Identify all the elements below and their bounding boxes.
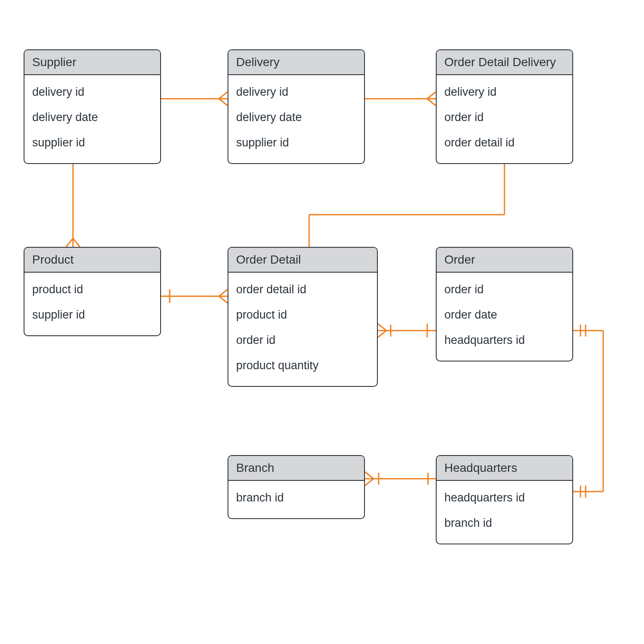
entity-title: Order Detail [228, 248, 377, 273]
attr: product quantity [236, 353, 369, 378]
entity-attrs: delivery id order id order detail id [437, 75, 572, 163]
attr: order id [444, 277, 565, 302]
attr: order date [444, 302, 565, 328]
rel-delivery-odd [365, 92, 436, 106]
rel-orderdetail-order [378, 324, 436, 337]
attr: product id [236, 302, 369, 328]
attr: order detail id [236, 277, 369, 302]
entity-order-detail-delivery[interactable]: Order Detail Delivery delivery id order … [436, 49, 573, 164]
rel-product-orderdetail [161, 289, 228, 303]
attr: headquarters id [444, 485, 565, 510]
entity-title: Order [437, 248, 572, 273]
svg-line-2 [219, 99, 228, 106]
attr: supplier id [32, 302, 152, 328]
attr: order detail id [444, 130, 565, 155]
entity-title: Product [24, 248, 160, 273]
entity-order[interactable]: Order order id order date headquarters i… [436, 247, 573, 361]
entity-attrs: delivery id delivery date supplier id [24, 75, 160, 163]
entity-attrs: order detail id product id order id prod… [228, 273, 377, 386]
svg-line-12 [219, 296, 228, 303]
attr: delivery date [32, 105, 152, 130]
svg-line-15 [378, 331, 386, 337]
entity-branch[interactable]: Branch branch id [228, 455, 365, 519]
entity-title: Supplier [24, 50, 160, 75]
entity-title: Branch [228, 456, 364, 481]
entity-delivery[interactable]: Delivery delivery id delivery date suppl… [228, 49, 365, 164]
rel-branch-headquarters [365, 472, 436, 486]
er-diagram-canvas: Supplier delivery id delivery date suppl… [0, 0, 644, 644]
attr: branch id [444, 510, 565, 536]
entity-attrs: branch id [228, 481, 364, 518]
svg-line-14 [378, 324, 386, 331]
attr: order id [236, 328, 369, 353]
attr: delivery id [32, 79, 152, 105]
attr: supplier id [32, 130, 152, 155]
attr: branch id [236, 485, 356, 510]
attr: delivery id [444, 79, 565, 105]
rel-supplier-delivery [161, 92, 228, 106]
entity-title: Delivery [228, 50, 364, 75]
svg-line-32 [365, 472, 374, 479]
attr: headquarters id [444, 328, 565, 353]
attr: delivery date [236, 105, 356, 130]
attr: delivery id [236, 79, 356, 105]
entity-title: Headquarters [437, 456, 572, 481]
entity-product[interactable]: Product product id supplier id [24, 247, 161, 336]
svg-line-8 [73, 238, 80, 247]
entity-attrs: product id supplier id [24, 273, 160, 335]
entity-order-detail[interactable]: Order Detail order detail id product id … [228, 247, 378, 387]
rel-order-headquarters [573, 325, 603, 498]
svg-line-11 [219, 289, 228, 296]
entity-supplier[interactable]: Supplier delivery id delivery date suppl… [24, 49, 161, 164]
entity-headquarters[interactable]: Headquarters headquarters id branch id [436, 455, 573, 544]
entity-title: Order Detail Delivery [437, 50, 572, 75]
svg-line-4 [427, 92, 436, 99]
svg-line-33 [365, 479, 374, 486]
entity-attrs: order id order date headquarters id [437, 273, 572, 361]
svg-line-7 [66, 238, 73, 247]
attr: supplier id [236, 130, 356, 155]
attr: order id [444, 105, 565, 130]
attr: product id [32, 277, 152, 302]
svg-line-5 [427, 99, 436, 106]
svg-line-1 [219, 92, 228, 99]
entity-attrs: delivery id delivery date supplier id [228, 75, 364, 163]
entity-attrs: headquarters id branch id [437, 481, 572, 544]
